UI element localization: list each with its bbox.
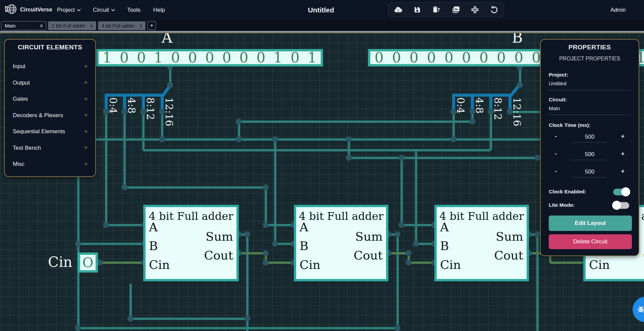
tab-close-icon[interactable]: x bbox=[40, 23, 43, 28]
expand-plus-icon[interactable]: + bbox=[84, 79, 88, 87]
bit-digit[interactable]: 0 bbox=[188, 51, 197, 65]
circuit-value[interactable]: Main bbox=[549, 105, 560, 111]
bit-digit[interactable]: 0 bbox=[427, 51, 436, 65]
wire[interactable] bbox=[143, 149, 491, 151]
bit-digit[interactable]: 0 bbox=[497, 51, 506, 65]
bit-digit[interactable]: 0 bbox=[290, 51, 300, 65]
wire[interactable] bbox=[78, 327, 397, 329]
stepper-plus-button[interactable]: + bbox=[621, 133, 625, 140]
wire[interactable] bbox=[105, 224, 144, 226]
menu-project[interactable]: Project bbox=[57, 7, 80, 13]
wire[interactable] bbox=[349, 157, 537, 159]
lite-mode-toggle[interactable] bbox=[613, 202, 629, 209]
wire[interactable] bbox=[129, 284, 132, 319]
wire-node[interactable] bbox=[167, 82, 173, 88]
expand-plus-icon[interactable]: + bbox=[84, 63, 88, 70]
wire[interactable] bbox=[550, 262, 585, 264]
wire[interactable] bbox=[452, 94, 511, 97]
bit-digit[interactable]: 0 bbox=[392, 51, 401, 65]
wire-node[interactable] bbox=[272, 136, 278, 142]
sidebar-item-gates[interactable]: Gates+ bbox=[5, 93, 95, 105]
bit-digit[interactable]: 0 bbox=[171, 51, 180, 65]
wire-node[interactable] bbox=[398, 155, 405, 161]
wire-node[interactable] bbox=[236, 119, 242, 125]
wire-node[interactable] bbox=[272, 241, 278, 247]
bit-digit[interactable]: 0 bbox=[479, 51, 488, 65]
wire-node[interactable] bbox=[394, 325, 400, 331]
wire-node[interactable] bbox=[263, 259, 269, 266]
wire[interactable] bbox=[105, 94, 163, 97]
wire[interactable] bbox=[78, 243, 144, 245]
wire-node[interactable] bbox=[75, 241, 81, 247]
wire-node[interactable] bbox=[534, 231, 540, 237]
sidebar-item-sequential-elements[interactable]: Sequential Elements+ bbox=[5, 126, 95, 138]
tab-4-bit-full-adder[interactable]: 4 bit Full adderx bbox=[98, 21, 146, 30]
wire[interactable] bbox=[130, 318, 247, 320]
menu-tools[interactable]: Tools bbox=[127, 7, 141, 13]
wire-node[interactable] bbox=[413, 241, 419, 247]
subcircuit-4bit-full-adder[interactable]: 4 bit Full adderABCinSumCout bbox=[434, 205, 529, 281]
wire-node[interactable] bbox=[75, 325, 81, 331]
wire[interactable] bbox=[401, 224, 434, 226]
sidebar-item-test-bench[interactable]: Test Bench+ bbox=[5, 142, 95, 154]
new-tab-button[interactable]: + bbox=[147, 21, 156, 30]
wire[interactable] bbox=[105, 112, 107, 225]
wire[interactable] bbox=[34, 138, 541, 141]
bit-digit[interactable]: 0 bbox=[375, 51, 384, 65]
expand-plus-icon[interactable]: + bbox=[84, 95, 88, 103]
bit-digit[interactable]: 0 bbox=[205, 51, 214, 65]
bit-digit[interactable]: 0 bbox=[120, 51, 129, 65]
wire[interactable] bbox=[396, 234, 399, 331]
wire-node[interactable] bbox=[244, 316, 250, 322]
save-icon[interactable] bbox=[411, 4, 424, 16]
binary-display-input-A[interactable]: 1001000000101 bbox=[96, 49, 323, 66]
wire[interactable] bbox=[161, 112, 163, 139]
project-value[interactable]: Untitled bbox=[549, 81, 567, 87]
wire[interactable] bbox=[400, 158, 403, 225]
wire-node[interactable] bbox=[469, 119, 475, 125]
wire-node[interactable] bbox=[398, 222, 405, 228]
stepper-plus-button[interactable]: + bbox=[621, 150, 625, 157]
wire[interactable] bbox=[409, 262, 434, 264]
edit-layout-button[interactable]: Edit Layout bbox=[549, 216, 632, 231]
wire[interactable] bbox=[99, 262, 144, 264]
bit-digit[interactable]: 0 bbox=[514, 51, 523, 65]
wire[interactable] bbox=[266, 262, 294, 264]
stepper-plus-button[interactable]: + bbox=[621, 168, 625, 175]
menu-circuit[interactable]: Circuit bbox=[93, 7, 114, 13]
bit-digit[interactable]: 1 bbox=[273, 51, 282, 65]
wire[interactable] bbox=[124, 186, 267, 189]
bit-digit[interactable]: 0 bbox=[410, 51, 419, 65]
wire-node[interactable] bbox=[103, 222, 109, 228]
expand-plus-icon[interactable]: + bbox=[84, 160, 88, 168]
bit-digit[interactable]: 0 bbox=[137, 51, 146, 65]
restore-icon[interactable] bbox=[487, 4, 501, 16]
sidebar-item-decoders-plexers[interactable]: Decoders & Plexers+ bbox=[5, 109, 95, 122]
wire[interactable] bbox=[265, 187, 267, 225]
wire-node[interactable] bbox=[263, 222, 269, 228]
delete-clear-icon[interactable] bbox=[430, 4, 443, 16]
bit-digit[interactable]: 0 bbox=[239, 51, 248, 65]
bit-digit[interactable]: 0 bbox=[462, 51, 471, 65]
wire-node[interactable] bbox=[394, 231, 400, 237]
wire-node[interactable] bbox=[263, 184, 269, 190]
wire-node[interactable] bbox=[406, 250, 412, 256]
wire-node[interactable] bbox=[127, 316, 133, 322]
subcircuit-4bit-full-adder[interactable]: 4 bit Full adderABCinSumCout bbox=[294, 205, 388, 281]
wire-node[interactable] bbox=[244, 231, 250, 237]
cloud-upload-icon[interactable] bbox=[391, 4, 405, 16]
bit-digit[interactable]: 0 bbox=[222, 51, 231, 65]
tab-1-bit-full-adder[interactable]: 1 Bit Full adderx bbox=[48, 21, 96, 30]
export-image-icon[interactable] bbox=[449, 4, 463, 16]
sidebar-item-misc[interactable]: Misc+ bbox=[5, 158, 95, 170]
wire-node[interactable] bbox=[236, 136, 242, 142]
wire-node[interactable] bbox=[159, 136, 165, 142]
wire[interactable] bbox=[490, 112, 492, 150]
input-cin[interactable]: O bbox=[78, 252, 98, 273]
bit-digit[interactable]: 0 bbox=[256, 51, 265, 65]
wire-node[interactable] bbox=[450, 136, 457, 142]
user-admin-link[interactable]: Admin bbox=[610, 0, 626, 20]
wire-node[interactable] bbox=[121, 184, 127, 190]
wire[interactable] bbox=[239, 121, 472, 123]
wire[interactable] bbox=[142, 112, 145, 150]
